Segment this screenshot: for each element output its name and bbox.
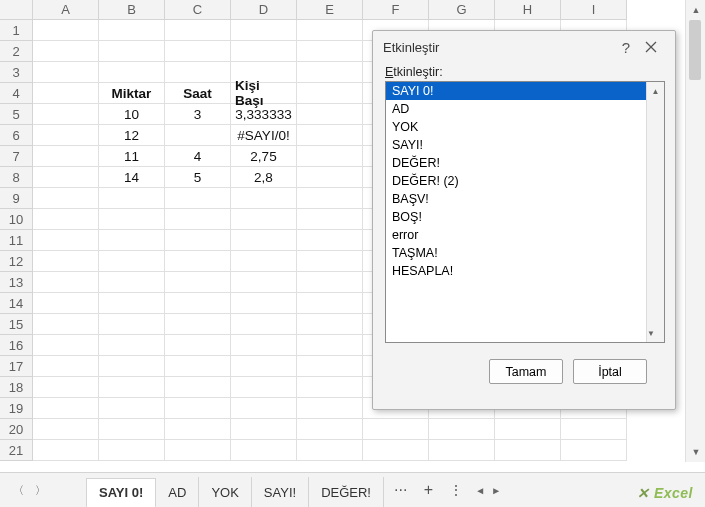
col-header[interactable]: A — [33, 0, 99, 20]
cell[interactable] — [165, 419, 231, 440]
cell[interactable] — [231, 335, 297, 356]
cancel-button[interactable]: İptal — [573, 359, 647, 384]
hscroll-left-icon[interactable]: ◄ — [475, 485, 485, 496]
tab-nav-next-icon[interactable]: 〉 — [32, 482, 48, 498]
cell[interactable] — [99, 293, 165, 314]
cell[interactable] — [297, 377, 363, 398]
cell[interactable] — [33, 230, 99, 251]
scroll-down-icon[interactable]: ▼ — [647, 324, 655, 342]
cell[interactable] — [231, 398, 297, 419]
cell[interactable] — [297, 314, 363, 335]
cell[interactable] — [33, 41, 99, 62]
row-header[interactable]: 17 — [0, 356, 33, 377]
cell[interactable] — [231, 377, 297, 398]
cell[interactable] — [165, 377, 231, 398]
listbox-item[interactable]: HESAPLA! — [386, 262, 664, 280]
cell[interactable] — [297, 20, 363, 41]
cell[interactable] — [297, 440, 363, 461]
cell[interactable] — [297, 83, 363, 104]
listbox-item[interactable]: AD — [386, 100, 664, 118]
row-header[interactable]: 16 — [0, 335, 33, 356]
cell[interactable] — [33, 20, 99, 41]
cell[interactable] — [495, 440, 561, 461]
cell[interactable]: 12 — [99, 125, 165, 146]
cell[interactable] — [231, 251, 297, 272]
cell[interactable] — [165, 188, 231, 209]
scroll-thumb[interactable] — [689, 20, 701, 80]
row-header[interactable]: 10 — [0, 209, 33, 230]
add-sheet-button[interactable]: + — [417, 481, 439, 499]
col-header[interactable]: F — [363, 0, 429, 20]
cell[interactable] — [231, 20, 297, 41]
cell[interactable] — [99, 419, 165, 440]
cell[interactable] — [33, 104, 99, 125]
col-header[interactable]: D — [231, 0, 297, 20]
cell[interactable] — [363, 419, 429, 440]
cell[interactable] — [99, 398, 165, 419]
cell[interactable] — [33, 335, 99, 356]
col-header[interactable]: B — [99, 0, 165, 20]
col-header[interactable]: C — [165, 0, 231, 20]
row-header[interactable]: 14 — [0, 293, 33, 314]
col-header[interactable]: I — [561, 0, 627, 20]
cell[interactable] — [99, 377, 165, 398]
cell[interactable] — [231, 41, 297, 62]
row-header[interactable]: 18 — [0, 377, 33, 398]
cell[interactable] — [165, 335, 231, 356]
hscroll-right-icon[interactable]: ► — [491, 485, 501, 496]
cell[interactable] — [33, 251, 99, 272]
cell[interactable] — [33, 62, 99, 83]
col-header[interactable]: H — [495, 0, 561, 20]
cell[interactable] — [297, 293, 363, 314]
listbox-item[interactable]: BOŞ! — [386, 208, 664, 226]
cell[interactable] — [297, 272, 363, 293]
cell[interactable] — [429, 419, 495, 440]
cell[interactable]: 10 — [99, 104, 165, 125]
cell[interactable]: 14 — [99, 167, 165, 188]
row-header[interactable]: 15 — [0, 314, 33, 335]
cell[interactable] — [99, 188, 165, 209]
cell[interactable]: 3,333333 — [231, 104, 297, 125]
scroll-down-icon[interactable]: ▼ — [686, 442, 705, 462]
cell[interactable] — [231, 188, 297, 209]
cell[interactable] — [33, 272, 99, 293]
dialog-titlebar[interactable]: Etkinleştir ? — [373, 31, 675, 63]
cell[interactable] — [297, 230, 363, 251]
cell[interactable] — [297, 188, 363, 209]
cell[interactable] — [33, 398, 99, 419]
cell[interactable] — [99, 209, 165, 230]
cell[interactable] — [165, 209, 231, 230]
row-header[interactable]: 12 — [0, 251, 33, 272]
scroll-up-icon[interactable]: ▲ — [686, 0, 705, 20]
cell[interactable] — [297, 356, 363, 377]
listbox-item[interactable]: SAYI 0! — [386, 82, 664, 100]
cell[interactable]: 11 — [99, 146, 165, 167]
cell[interactable] — [33, 146, 99, 167]
cell[interactable] — [33, 188, 99, 209]
row-header[interactable]: 20 — [0, 419, 33, 440]
cell[interactable] — [231, 356, 297, 377]
sheet-tab[interactable]: SAYI! — [252, 477, 309, 507]
row-header[interactable]: 1 — [0, 20, 33, 41]
cell[interactable] — [165, 125, 231, 146]
cell[interactable] — [165, 20, 231, 41]
sheet-tab[interactable]: YOK — [199, 477, 251, 507]
cell[interactable] — [297, 146, 363, 167]
cell[interactable] — [297, 209, 363, 230]
cell[interactable] — [33, 314, 99, 335]
col-header[interactable]: E — [297, 0, 363, 20]
cell[interactable] — [495, 419, 561, 440]
cell[interactable]: 3 — [165, 104, 231, 125]
cell[interactable] — [231, 209, 297, 230]
cell[interactable] — [99, 62, 165, 83]
cell[interactable] — [429, 440, 495, 461]
cell[interactable] — [165, 41, 231, 62]
cell[interactable] — [165, 230, 231, 251]
vertical-scrollbar[interactable]: ▲ ▼ — [685, 0, 705, 462]
row-header[interactable]: 9 — [0, 188, 33, 209]
sheet-tab[interactable]: SAYI 0! — [86, 478, 156, 507]
cell[interactable]: 5 — [165, 167, 231, 188]
row-header[interactable]: 19 — [0, 398, 33, 419]
cell[interactable] — [297, 125, 363, 146]
cell[interactable] — [165, 251, 231, 272]
